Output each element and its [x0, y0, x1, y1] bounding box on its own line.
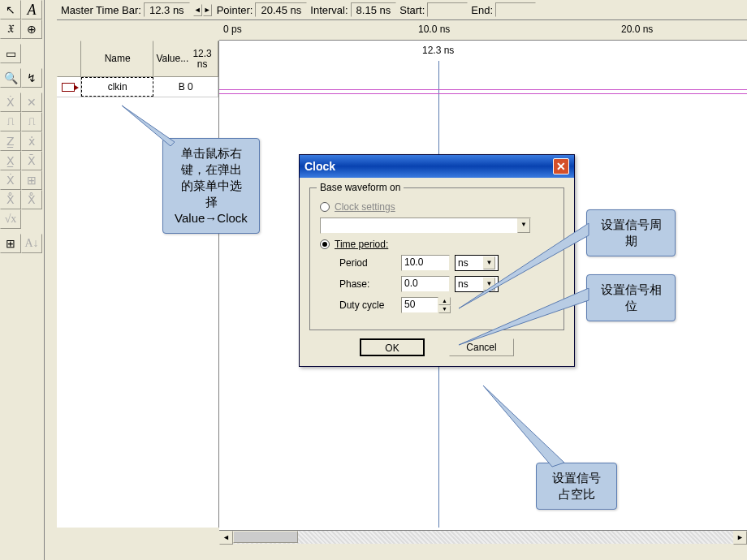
- cancel-button[interactable]: Cancel: [449, 338, 514, 356]
- period-unit-select[interactable]: ns▼: [455, 255, 499, 271]
- scroll-left-button[interactable]: ◄: [219, 531, 233, 545]
- signal-list-header: Name Value...12.3 ns: [57, 41, 218, 77]
- scroll-thumb[interactable]: [233, 531, 298, 543]
- callout-period: 设置信号周期: [586, 209, 676, 256]
- arrow-left-button[interactable]: ◄: [193, 4, 202, 16]
- phase-input[interactable]: 0.0: [401, 276, 450, 292]
- pointer-value: 20.45 ns: [255, 2, 307, 17]
- cursor-time-label: 12.3 ns: [422, 45, 454, 56]
- arrow-right-button[interactable]: ►: [203, 4, 212, 16]
- dialog-titlebar[interactable]: Clock ✕: [300, 155, 574, 178]
- dialog-title-text: Clock: [304, 160, 335, 173]
- duty-cycle-label: Duty cycle: [339, 299, 396, 311]
- callout-duty: 设置信号 占空比: [536, 463, 617, 510]
- tool-xo[interactable]: X̊: [21, 190, 42, 209]
- tool-xs[interactable]: ✕: [21, 93, 42, 112]
- signal-name[interactable]: clkin: [81, 77, 154, 97]
- base-waveform-group: Base waveform on Clock settings ▼ Time p…: [309, 187, 564, 330]
- waveform-signal-line-2: [219, 93, 747, 94]
- phase-label: Phase:: [339, 278, 396, 290]
- tool-xc[interactable]: X̊: [0, 190, 21, 209]
- scroll-track[interactable]: [233, 531, 733, 544]
- tool-az[interactable]: A↓: [21, 234, 42, 253]
- start-value[interactable]: [427, 2, 468, 17]
- clock-settings-radio: Clock settings: [320, 201, 554, 213]
- waveform-signal-line: [219, 89, 747, 90]
- interval-value: 8.15 ns: [351, 2, 397, 17]
- signal-row[interactable]: clkin B 0: [57, 77, 218, 97]
- time-ruler[interactable]: 0 ps 10.0 ns 20.0 ns: [219, 20, 747, 41]
- signal-value: B 0: [153, 77, 218, 97]
- tool-xl[interactable]: X̲: [0, 151, 21, 170]
- tool-ua[interactable]: ⎍: [21, 112, 42, 131]
- scroll-right-button[interactable]: ►: [733, 531, 747, 545]
- close-button[interactable]: ✕: [553, 158, 569, 174]
- ok-button[interactable]: OK: [360, 338, 425, 356]
- callout-right-click: 单击鼠标右 键，在弹出 的菜单中选 择 Value→Clock: [162, 138, 260, 234]
- tool-vx[interactable]: √x: [0, 209, 21, 229]
- ruler-tick-0: 0 ps: [223, 24, 242, 35]
- group-title: Base waveform on: [317, 182, 404, 193]
- duty-cycle-spinner[interactable]: 50 ▲ ▼: [401, 297, 451, 313]
- binoc-tool[interactable]: 🔍: [0, 68, 21, 88]
- radio-icon: [320, 239, 330, 249]
- tool-xx[interactable]: ⊞: [21, 170, 42, 190]
- left-toolbox: ↖A 𝔛⊕ ▭ 🔍↯ Ẋ✕ ⎍⎍ Z̲ẋ X̲X̄ Ẋ⊞ X̊X̊ √x ⊞A↓: [0, 0, 45, 560]
- horizontal-scrollbar[interactable]: ◄ ►: [219, 530, 747, 544]
- clock-dialog: Clock ✕ Base waveform on Clock settings …: [299, 154, 575, 367]
- period-input[interactable]: 10.0: [401, 255, 450, 271]
- master-time-label: Master Time Bar:: [61, 4, 141, 16]
- duty-cycle-input[interactable]: 50: [401, 297, 438, 313]
- tool-qr[interactable]: ⊞: [0, 234, 21, 253]
- radio-icon: [320, 202, 330, 212]
- tool-z[interactable]: Z̲: [0, 131, 21, 151]
- end-label: End:: [471, 4, 493, 16]
- time-period-radio[interactable]: Time period:: [320, 239, 554, 250]
- rect-tool[interactable]: ▭: [0, 44, 21, 63]
- clock-settings-select: ▼: [320, 218, 531, 234]
- end-value[interactable]: [495, 2, 536, 17]
- text-tool[interactable]: A: [21, 0, 42, 19]
- signal-pin-icon: [57, 77, 81, 97]
- chevron-down-icon: ▼: [483, 256, 495, 269]
- tool-xu[interactable]: Ẋ: [0, 93, 21, 112]
- ruler-tick-2: 20.0 ns: [621, 24, 653, 35]
- spin-up-button[interactable]: ▲: [438, 297, 451, 305]
- period-label: Period: [339, 257, 396, 269]
- spin-down-button[interactable]: ▼: [438, 305, 451, 313]
- zoom-x-tool[interactable]: 𝔛: [0, 19, 21, 39]
- top-info-bar: Master Time Bar: 12.3 ns ◄ ► Pointer: 20…: [57, 0, 747, 20]
- master-time-arrows: ◄ ►: [193, 4, 212, 16]
- tool-xr[interactable]: Ẋ: [0, 170, 21, 190]
- signal-list: Name Value...12.3 ns clkin B 0: [57, 41, 219, 528]
- tool-us[interactable]: ⎍: [0, 112, 21, 131]
- pointer-tool[interactable]: ↖: [0, 0, 21, 19]
- chevron-down-icon: ▼: [483, 278, 495, 291]
- callout-phase: 设置信号相位: [586, 274, 676, 321]
- signal-hdr-icon: [57, 41, 81, 77]
- dropdown-icon: ▼: [517, 218, 530, 233]
- tool-xh[interactable]: X̄: [21, 151, 42, 170]
- signal-hdr-value[interactable]: Value...12.3 ns: [153, 41, 218, 77]
- tool-xw[interactable]: ẋ: [21, 131, 42, 151]
- pointer-label: Pointer:: [217, 4, 253, 16]
- signal-hdr-name[interactable]: Name: [81, 41, 154, 77]
- phase-unit-select[interactable]: ns▼: [455, 276, 499, 292]
- ruler-tick-1: 10.0 ns: [418, 24, 450, 35]
- master-time-value[interactable]: 12.3 ns: [144, 2, 190, 17]
- zoom-plus-tool[interactable]: ⊕: [21, 19, 42, 39]
- start-label: Start:: [399, 4, 425, 16]
- wave-edit-tool[interactable]: ↯: [21, 68, 42, 88]
- interval-label: Interval:: [310, 4, 348, 16]
